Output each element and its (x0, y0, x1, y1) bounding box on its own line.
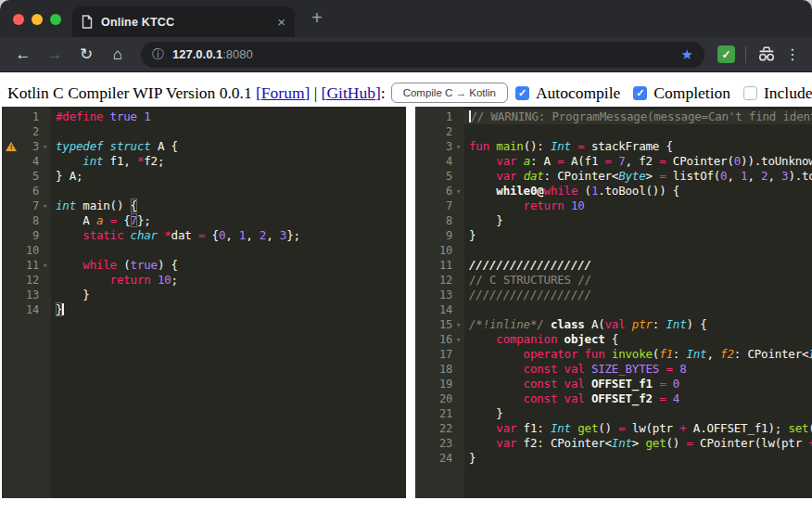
code-line[interactable]: 10 (415, 243, 812, 258)
code-line[interactable]: 7 return 10 (415, 199, 812, 213)
code-line[interactable]: 24} (415, 451, 812, 466)
fold-icon[interactable]: ▾ (39, 258, 51, 273)
menu-kebab-icon[interactable]: ⋮ (784, 45, 801, 63)
page-content: Kotlin C Compiler WIP Version 0.0.1 [For… (0, 72, 812, 513)
extension-icon[interactable]: ✓ (717, 45, 735, 63)
checkbox-box-include-runtime[interactable] (743, 86, 757, 100)
line-number: 23 (415, 436, 452, 451)
code-line[interactable]: 11////////////////// (415, 258, 812, 273)
fold-spacer (452, 377, 464, 391)
token (56, 258, 82, 272)
bookmark-star-icon[interactable]: ★ (681, 46, 693, 63)
token: f1 (659, 347, 673, 361)
new-tab-button[interactable]: + (311, 7, 323, 29)
browser-tab[interactable]: Online KTCC × (72, 6, 295, 37)
code-line[interactable]: 1// WARNING: ProgramMessage(message=Can'… (415, 109, 812, 124)
token (544, 317, 551, 331)
token (469, 362, 524, 376)
compile-button[interactable]: Compile C → Kotlin (391, 83, 508, 103)
checkbox-completion[interactable]: ✓Completion (633, 83, 730, 103)
token: #define (56, 109, 103, 123)
c-source-editor[interactable]: 1#define true 12!3▾typedef struct A {4 i… (2, 107, 406, 498)
home-button[interactable]: ⌂ (106, 45, 130, 64)
checkbox-box-completion[interactable]: ✓ (633, 86, 647, 100)
page-header: Kotlin C Compiler WIP Version 0.0.1 [For… (0, 83, 812, 103)
code-line[interactable]: 2 (2, 124, 406, 139)
traffic-light-zoom[interactable] (50, 14, 61, 25)
code-line[interactable]: 21 } (415, 406, 812, 421)
url-host: 127.0.0.1 (172, 47, 222, 61)
code-text: const val OFFSET_f1 = 0 (464, 377, 812, 391)
code-text: int main() { (51, 199, 406, 213)
checkbox-autocompile[interactable]: ✓Autocompile (515, 83, 620, 103)
line-number: 4 (2, 154, 39, 169)
fold-spacer (452, 436, 464, 451)
code-line[interactable]: 23 var f2: CPointer<Int> get() = CPointe… (415, 436, 812, 451)
code-line[interactable]: 2 (415, 124, 812, 139)
kotlin-output-editor[interactable]: 1// WARNING: ProgramMessage(message=Can'… (415, 107, 812, 498)
code-text: fun main(): Int = stackFrame { (464, 139, 812, 154)
token: = (659, 154, 666, 168)
checkbox-include-runtime[interactable]: Include Runtime (743, 83, 812, 103)
gutter-cell: 2 (415, 124, 464, 139)
fold-spacer (39, 109, 51, 124)
fold-icon[interactable]: ▾ (452, 332, 464, 347)
fold-icon[interactable]: ▾ (452, 184, 464, 199)
url-text[interactable]: 127.0.0.1:8080 (172, 47, 253, 61)
code-line[interactable]: 14} (2, 302, 406, 317)
code-line[interactable]: 14 (415, 302, 812, 317)
token: , (266, 228, 280, 242)
forward-button[interactable]: → (43, 45, 67, 64)
forum-link[interactable]: [Forum] (256, 83, 310, 103)
code-line[interactable]: 5 var dat: CPointer<Byte> = listOf(0, 1,… (415, 169, 812, 184)
traffic-light-close[interactable] (13, 14, 24, 25)
code-line[interactable]: 12// C STRUCTURES // (415, 273, 812, 288)
site-info-icon[interactable]: ⓘ (152, 46, 164, 63)
code-line[interactable]: 9} (415, 228, 812, 243)
fold-icon[interactable]: ▾ (452, 317, 464, 332)
code-line[interactable]: 19 const val OFFSET_f1 = 0 (415, 377, 812, 391)
token: .toBool()) { (598, 184, 679, 198)
fold-spacer (452, 213, 464, 228)
code-line[interactable]: 3▾fun main(): Int = stackFrame { (415, 139, 812, 154)
traffic-light-minimize[interactable] (32, 14, 43, 25)
fold-icon[interactable]: ▾ (452, 139, 464, 154)
code-line[interactable]: 11▾ while (true) { (2, 258, 406, 273)
code-line[interactable]: 16▾ companion object { (415, 332, 812, 347)
code-line[interactable]: 13 } (2, 288, 406, 302)
reload-button[interactable]: ↻ (74, 45, 98, 64)
code-line[interactable]: !3▾typedef struct A { (2, 139, 406, 154)
code-line[interactable]: 15▾/*!inline*/ class A(val ptr: Int) { (415, 317, 812, 332)
tab-close-icon[interactable]: × (277, 15, 285, 29)
incognito-icon[interactable] (756, 46, 777, 62)
code-line[interactable]: 7▾int main() { (2, 199, 406, 213)
code-line[interactable]: 12 return 10; (2, 273, 406, 288)
code-line[interactable]: 5} A; (2, 169, 406, 184)
code-line[interactable]: 17 operator fun invoke(f1: Int, f2: CPoi… (415, 347, 812, 362)
code-line[interactable]: 6▾ while0@while (1.toBool()) { (415, 184, 812, 199)
code-line[interactable]: 18 const val SIZE_BYTES = 8 (415, 362, 812, 377)
line-number: 11 (415, 258, 452, 273)
checkbox-box-autocompile[interactable]: ✓ (515, 86, 529, 100)
token: 0 (734, 154, 741, 168)
url-bar[interactable]: ⓘ 127.0.0.1:8080 ★ (141, 42, 704, 68)
gutter-cell: 19 (415, 377, 464, 391)
token (666, 391, 672, 405)
token: object (565, 332, 605, 346)
code-line[interactable]: 4 var a: A = A(f1 = 7, f2 = CPointer(0))… (415, 154, 812, 169)
code-line[interactable]: 9 static char *dat = {0, 1, 2, 3}; (2, 228, 406, 243)
code-line[interactable]: 20 const val OFFSET_f2 = 4 (415, 391, 812, 406)
line-number: 1 (2, 109, 39, 124)
fold-icon[interactable]: ▾ (39, 199, 51, 213)
code-line[interactable]: 22 var f1: Int get() = lw(ptr + A.OFFSET… (415, 421, 812, 436)
code-line[interactable]: 4 int f1, *f2; (2, 154, 406, 169)
code-line[interactable]: 8 A a = {7}; (2, 213, 406, 228)
code-line[interactable]: 10 (2, 243, 406, 258)
code-line[interactable]: 8 } (415, 213, 812, 228)
code-line[interactable]: 1#define true 1 (2, 109, 406, 124)
back-button[interactable]: ← (11, 45, 35, 64)
code-line[interactable]: 6 (2, 184, 406, 199)
fold-icon[interactable]: ▾ (39, 139, 51, 154)
github-link[interactable]: [GitHub] (322, 83, 381, 103)
code-line[interactable]: 13////////////////// (415, 288, 812, 302)
